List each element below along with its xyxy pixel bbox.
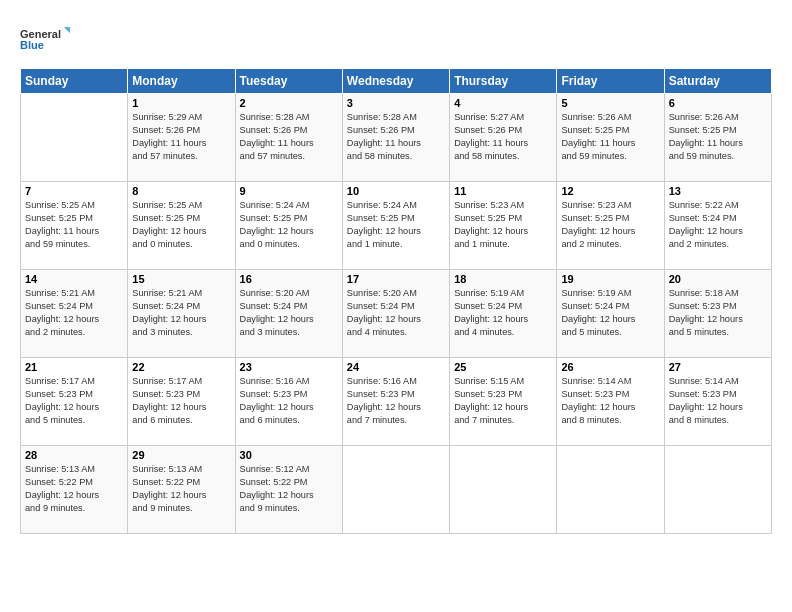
day-number: 28: [25, 449, 123, 461]
day-info: Sunrise: 5:15 AMSunset: 5:23 PMDaylight:…: [454, 375, 552, 427]
svg-text:Blue: Blue: [20, 39, 44, 51]
day-number: 18: [454, 273, 552, 285]
day-info: Sunrise: 5:23 AMSunset: 5:25 PMDaylight:…: [561, 199, 659, 251]
header-cell-friday: Friday: [557, 69, 664, 94]
day-cell: 29Sunrise: 5:13 AMSunset: 5:22 PMDayligh…: [128, 446, 235, 534]
day-cell: 25Sunrise: 5:15 AMSunset: 5:23 PMDayligh…: [450, 358, 557, 446]
day-info: Sunrise: 5:22 AMSunset: 5:24 PMDaylight:…: [669, 199, 767, 251]
day-number: 20: [669, 273, 767, 285]
day-number: 10: [347, 185, 445, 197]
day-number: 3: [347, 97, 445, 109]
week-row-4: 21Sunrise: 5:17 AMSunset: 5:23 PMDayligh…: [21, 358, 772, 446]
day-info: Sunrise: 5:14 AMSunset: 5:23 PMDaylight:…: [669, 375, 767, 427]
day-number: 8: [132, 185, 230, 197]
day-number: 5: [561, 97, 659, 109]
week-row-2: 7Sunrise: 5:25 AMSunset: 5:25 PMDaylight…: [21, 182, 772, 270]
day-number: 14: [25, 273, 123, 285]
svg-text:General: General: [20, 28, 61, 40]
day-cell: [664, 446, 771, 534]
day-number: 12: [561, 185, 659, 197]
day-info: Sunrise: 5:28 AMSunset: 5:26 PMDaylight:…: [347, 111, 445, 163]
day-number: 30: [240, 449, 338, 461]
header: General Blue: [20, 18, 772, 60]
day-number: 27: [669, 361, 767, 373]
day-cell: 14Sunrise: 5:21 AMSunset: 5:24 PMDayligh…: [21, 270, 128, 358]
day-info: Sunrise: 5:16 AMSunset: 5:23 PMDaylight:…: [240, 375, 338, 427]
day-cell: 13Sunrise: 5:22 AMSunset: 5:24 PMDayligh…: [664, 182, 771, 270]
week-row-1: 1Sunrise: 5:29 AMSunset: 5:26 PMDaylight…: [21, 94, 772, 182]
day-cell: 26Sunrise: 5:14 AMSunset: 5:23 PMDayligh…: [557, 358, 664, 446]
logo: General Blue: [20, 18, 70, 60]
svg-marker-3: [64, 27, 70, 33]
day-number: 25: [454, 361, 552, 373]
header-cell-saturday: Saturday: [664, 69, 771, 94]
day-number: 19: [561, 273, 659, 285]
day-info: Sunrise: 5:25 AMSunset: 5:25 PMDaylight:…: [132, 199, 230, 251]
header-row: SundayMondayTuesdayWednesdayThursdayFrid…: [21, 69, 772, 94]
day-info: Sunrise: 5:14 AMSunset: 5:23 PMDaylight:…: [561, 375, 659, 427]
day-number: 29: [132, 449, 230, 461]
day-info: Sunrise: 5:20 AMSunset: 5:24 PMDaylight:…: [347, 287, 445, 339]
day-number: 22: [132, 361, 230, 373]
day-info: Sunrise: 5:27 AMSunset: 5:26 PMDaylight:…: [454, 111, 552, 163]
page: General Blue SundayMondayTuesdayWednesda…: [0, 0, 792, 612]
day-info: Sunrise: 5:28 AMSunset: 5:26 PMDaylight:…: [240, 111, 338, 163]
day-number: 24: [347, 361, 445, 373]
day-cell: 23Sunrise: 5:16 AMSunset: 5:23 PMDayligh…: [235, 358, 342, 446]
day-info: Sunrise: 5:18 AMSunset: 5:23 PMDaylight:…: [669, 287, 767, 339]
day-info: Sunrise: 5:26 AMSunset: 5:25 PMDaylight:…: [561, 111, 659, 163]
day-info: Sunrise: 5:17 AMSunset: 5:23 PMDaylight:…: [25, 375, 123, 427]
day-info: Sunrise: 5:19 AMSunset: 5:24 PMDaylight:…: [454, 287, 552, 339]
day-cell: 27Sunrise: 5:14 AMSunset: 5:23 PMDayligh…: [664, 358, 771, 446]
day-cell: [450, 446, 557, 534]
day-cell: 24Sunrise: 5:16 AMSunset: 5:23 PMDayligh…: [342, 358, 449, 446]
day-cell: 22Sunrise: 5:17 AMSunset: 5:23 PMDayligh…: [128, 358, 235, 446]
day-number: 23: [240, 361, 338, 373]
day-info: Sunrise: 5:21 AMSunset: 5:24 PMDaylight:…: [132, 287, 230, 339]
day-cell: [21, 94, 128, 182]
day-info: Sunrise: 5:19 AMSunset: 5:24 PMDaylight:…: [561, 287, 659, 339]
day-number: 9: [240, 185, 338, 197]
day-info: Sunrise: 5:20 AMSunset: 5:24 PMDaylight:…: [240, 287, 338, 339]
day-cell: 5Sunrise: 5:26 AMSunset: 5:25 PMDaylight…: [557, 94, 664, 182]
day-number: 1: [132, 97, 230, 109]
day-number: 7: [25, 185, 123, 197]
header-cell-thursday: Thursday: [450, 69, 557, 94]
day-number: 15: [132, 273, 230, 285]
day-info: Sunrise: 5:16 AMSunset: 5:23 PMDaylight:…: [347, 375, 445, 427]
day-cell: 2Sunrise: 5:28 AMSunset: 5:26 PMDaylight…: [235, 94, 342, 182]
day-number: 17: [347, 273, 445, 285]
day-number: 4: [454, 97, 552, 109]
day-number: 2: [240, 97, 338, 109]
day-number: 13: [669, 185, 767, 197]
day-cell: 17Sunrise: 5:20 AMSunset: 5:24 PMDayligh…: [342, 270, 449, 358]
day-cell: 10Sunrise: 5:24 AMSunset: 5:25 PMDayligh…: [342, 182, 449, 270]
day-cell: 18Sunrise: 5:19 AMSunset: 5:24 PMDayligh…: [450, 270, 557, 358]
day-cell: 21Sunrise: 5:17 AMSunset: 5:23 PMDayligh…: [21, 358, 128, 446]
logo-svg: General Blue: [20, 18, 70, 60]
week-row-5: 28Sunrise: 5:13 AMSunset: 5:22 PMDayligh…: [21, 446, 772, 534]
day-info: Sunrise: 5:17 AMSunset: 5:23 PMDaylight:…: [132, 375, 230, 427]
day-info: Sunrise: 5:25 AMSunset: 5:25 PMDaylight:…: [25, 199, 123, 251]
day-cell: 7Sunrise: 5:25 AMSunset: 5:25 PMDaylight…: [21, 182, 128, 270]
day-cell: 3Sunrise: 5:28 AMSunset: 5:26 PMDaylight…: [342, 94, 449, 182]
day-cell: 15Sunrise: 5:21 AMSunset: 5:24 PMDayligh…: [128, 270, 235, 358]
day-cell: 28Sunrise: 5:13 AMSunset: 5:22 PMDayligh…: [21, 446, 128, 534]
day-number: 11: [454, 185, 552, 197]
header-cell-monday: Monday: [128, 69, 235, 94]
calendar-table: SundayMondayTuesdayWednesdayThursdayFrid…: [20, 68, 772, 534]
day-info: Sunrise: 5:26 AMSunset: 5:25 PMDaylight:…: [669, 111, 767, 163]
day-info: Sunrise: 5:21 AMSunset: 5:24 PMDaylight:…: [25, 287, 123, 339]
day-number: 26: [561, 361, 659, 373]
day-cell: 16Sunrise: 5:20 AMSunset: 5:24 PMDayligh…: [235, 270, 342, 358]
day-cell: 9Sunrise: 5:24 AMSunset: 5:25 PMDaylight…: [235, 182, 342, 270]
day-cell: 4Sunrise: 5:27 AMSunset: 5:26 PMDaylight…: [450, 94, 557, 182]
day-cell: [342, 446, 449, 534]
header-cell-sunday: Sunday: [21, 69, 128, 94]
day-number: 6: [669, 97, 767, 109]
day-info: Sunrise: 5:24 AMSunset: 5:25 PMDaylight:…: [347, 199, 445, 251]
day-cell: [557, 446, 664, 534]
day-cell: 11Sunrise: 5:23 AMSunset: 5:25 PMDayligh…: [450, 182, 557, 270]
day-info: Sunrise: 5:23 AMSunset: 5:25 PMDaylight:…: [454, 199, 552, 251]
day-cell: 12Sunrise: 5:23 AMSunset: 5:25 PMDayligh…: [557, 182, 664, 270]
